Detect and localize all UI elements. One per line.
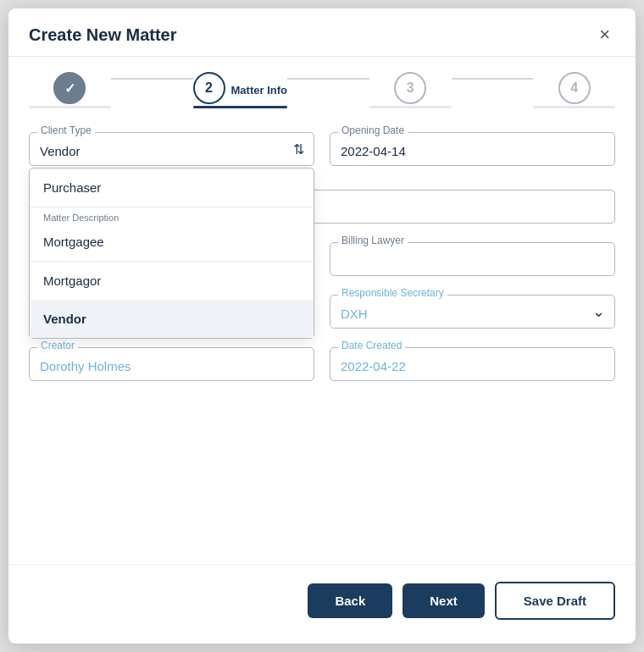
creator-label: Creator — [37, 340, 78, 351]
modal-footer: Back Next Save Draft — [8, 564, 636, 644]
step-4-circle: 4 — [558, 72, 591, 104]
close-button[interactable]: × — [594, 24, 615, 46]
form-area: Client Type ⇅ Purchaser Matter Descripti… — [8, 108, 636, 564]
step-3-circle: 3 — [394, 72, 426, 104]
date-created-group: Date Created — [330, 347, 615, 381]
connector-1-2 — [111, 78, 193, 80]
step-1: ✓ — [29, 72, 111, 108]
modal-header: Create New Matter × — [8, 8, 636, 57]
client-type-label: Client Type — [37, 124, 95, 136]
step-1-circle: ✓ — [53, 72, 86, 104]
dropdown-item-mortgagee[interactable]: Mortgagee — [30, 223, 300, 261]
client-type-dropdown: Purchaser Matter Description Mortgagee M… — [29, 168, 314, 339]
connector-2-3 — [287, 78, 369, 80]
dropdown-matter-description-label: Matter Description — [30, 207, 300, 223]
save-draft-button[interactable]: Save Draft — [495, 582, 615, 620]
responsible-secretary-label: Responsible Secretary — [338, 287, 447, 299]
opening-date-input[interactable] — [330, 132, 615, 166]
modal-title: Create New Matter — [29, 25, 177, 45]
date-created-label: Date Created — [338, 340, 405, 351]
row-client-opening: Client Type ⇅ Purchaser Matter Descripti… — [29, 132, 615, 166]
opening-date-label: Opening Date — [338, 124, 408, 136]
billing-lawyer-group: Billing Lawyer — [330, 242, 615, 276]
date-created-input[interactable] — [330, 347, 615, 381]
client-type-input[interactable] — [29, 132, 314, 166]
step-2: 2 Matter Info — [193, 72, 287, 108]
opening-date-group: Opening Date — [330, 132, 615, 166]
dropdown-item-purchaser[interactable]: Purchaser — [30, 169, 314, 207]
client-type-group: Client Type ⇅ Purchaser Matter Descripti… — [29, 132, 314, 166]
step-4: 4 — [533, 72, 615, 108]
billing-lawyer-label: Billing Lawyer — [338, 235, 408, 246]
step-2-circle: 2 — [193, 72, 225, 104]
dropdown-item-vendor[interactable]: Vendor — [30, 300, 314, 338]
dropdown-item-mortgagor[interactable]: Mortgagor — [30, 262, 314, 300]
responsible-secretary-group: Responsible Secretary ⌄ — [330, 295, 615, 329]
connector-3-4 — [452, 78, 534, 80]
billing-lawyer-input[interactable] — [330, 242, 615, 276]
back-button[interactable]: Back — [308, 583, 392, 618]
row-creator: Creator Date Created — [29, 347, 615, 381]
responsible-secretary-input[interactable] — [330, 295, 615, 329]
creator-input[interactable] — [29, 347, 314, 381]
stepper: ✓ 2 Matter Info 3 4 — [8, 57, 636, 108]
step-3: 3 — [369, 72, 452, 108]
creator-group: Creator — [29, 347, 314, 381]
step-2-label: Matter Info — [231, 84, 287, 97]
create-new-matter-modal: Create New Matter × ✓ 2 Matter Info 3 4 — [8, 8, 636, 644]
next-button[interactable]: Next — [402, 583, 485, 618]
